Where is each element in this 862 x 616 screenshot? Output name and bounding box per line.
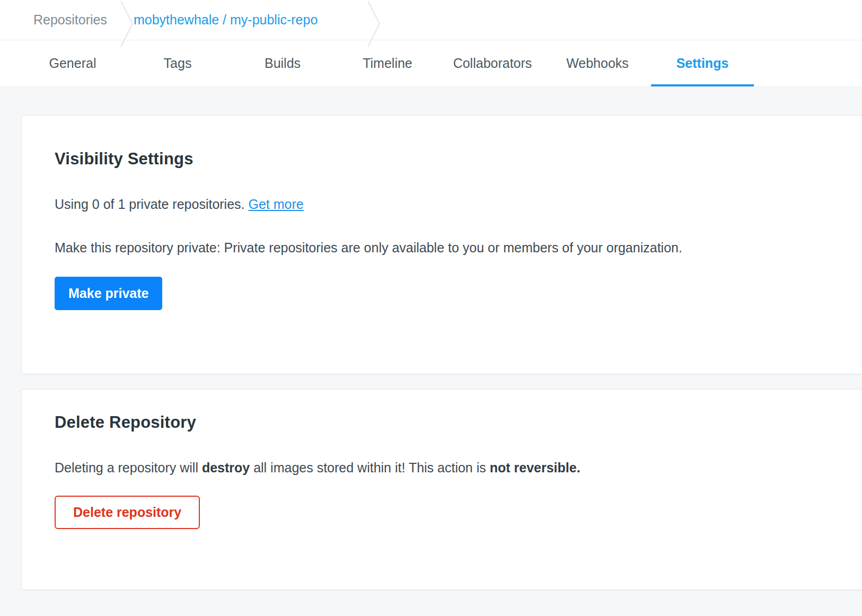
delete-warning-middle: all images stored within it! This action…: [250, 460, 490, 475]
repo-tab-bar: General Tags Builds Timeline Collaborato…: [0, 40, 862, 87]
delete-repository-card: Delete Repository Deleting a repository …: [21, 389, 862, 590]
tab-tags[interactable]: Tags: [125, 40, 230, 86]
settings-page-content: Visibility Settings Using 0 of 1 private…: [0, 115, 862, 590]
tab-settings-label: Settings: [676, 56, 729, 71]
delete-warning-prefix: Deleting a repository will: [55, 460, 202, 475]
tab-settings[interactable]: Settings: [650, 40, 755, 86]
tab-webhooks[interactable]: Webhooks: [545, 40, 650, 86]
delete-warning-destroy: destroy: [202, 460, 250, 475]
tab-timeline[interactable]: Timeline: [335, 40, 440, 86]
breadcrumb-chevron-icon: [120, 1, 134, 47]
breadcrumb-item-current-repo[interactable]: mobythewhale / my-public-repo: [134, 12, 318, 28]
delete-repository-button[interactable]: Delete repository: [55, 496, 200, 529]
active-tab-indicator: [651, 84, 754, 86]
delete-warning-text: Deleting a repository will destroy all i…: [55, 460, 829, 476]
make-private-description: Make this repository private: Private re…: [55, 240, 829, 256]
visibility-settings-title: Visibility Settings: [55, 149, 829, 169]
delete-warning-not-reversible: not reversible.: [490, 460, 580, 475]
private-repo-usage-label: Using 0 of 1 private repositories.: [55, 197, 248, 212]
breadcrumb-chevron-icon: [367, 1, 381, 47]
tab-collaborators[interactable]: Collaborators: [440, 40, 545, 86]
breadcrumb: Repositories mobythewhale / my-public-re…: [0, 0, 862, 40]
visibility-settings-card: Visibility Settings Using 0 of 1 private…: [21, 115, 862, 374]
delete-repository-title: Delete Repository: [55, 413, 829, 432]
get-more-link[interactable]: Get more: [248, 197, 303, 212]
make-private-button[interactable]: Make private: [55, 277, 162, 310]
tab-general[interactable]: General: [20, 40, 125, 86]
breadcrumb-item-repositories[interactable]: Repositories: [33, 12, 107, 28]
tab-builds[interactable]: Builds: [230, 40, 335, 86]
private-repo-usage-text: Using 0 of 1 private repositories. Get m…: [55, 196, 829, 212]
